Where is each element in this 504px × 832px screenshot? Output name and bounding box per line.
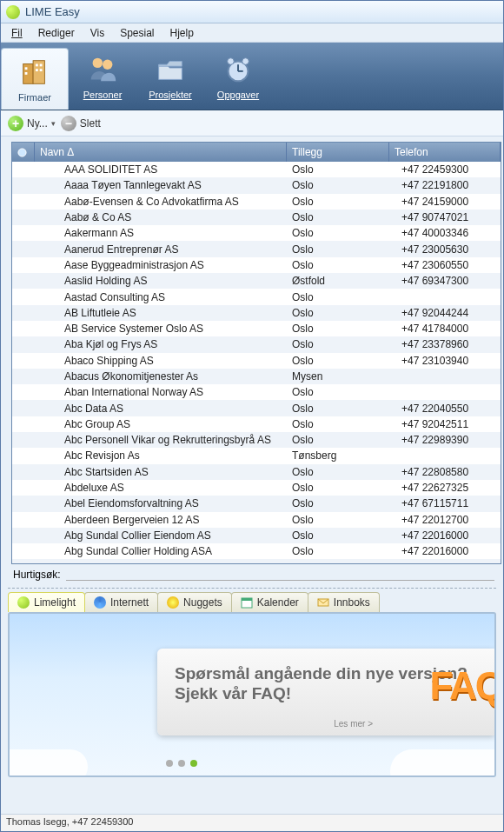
bottom-tabs: Limelight Internett Nuggets Kalender Inn…: [1, 592, 503, 612]
table-row[interactable]: Abacus Økonomitjenester AsMysen: [12, 369, 501, 384]
table-row[interactable]: Aabø & Co ASOslo+47 90747021: [12, 210, 501, 225]
table-row[interactable]: AB Liftutleie ASOslo+47 92044244: [12, 305, 501, 321]
mail-icon: [317, 596, 329, 609]
table-row[interactable]: Abg Sundal Collier Norge ASAOslo+47 2201…: [12, 559, 501, 563]
row-name: Abel Eiendomsforvaltning AS: [35, 497, 287, 509]
tab-internett[interactable]: Internett: [84, 592, 158, 612]
menu-vis[interactable]: Vis: [83, 25, 111, 41]
row-name: Abg Sundal Collier Eiendom AS: [35, 529, 287, 542]
row-telefon: +47 23005630: [389, 243, 501, 256]
table-row[interactable]: Abg Sundal Collier Holding ASAOslo+47 22…: [12, 543, 501, 559]
row-name: Aase Byggeadministrasjon AS: [35, 259, 287, 271]
table-row[interactable]: Aanerud Entreprenør ASOslo+47 23005630: [12, 241, 501, 256]
people-icon: [86, 53, 119, 86]
tab-limelight[interactable]: Limelight: [8, 592, 85, 612]
row-telefon: +47 22040550: [389, 403, 501, 415]
row-name: Abc Personell Vikar og Rekrutteringsbyrå…: [35, 434, 287, 446]
tab-kalender[interactable]: Kalender: [231, 592, 308, 612]
row-name: Abc Startsiden AS: [35, 466, 287, 478]
table-row[interactable]: Abc Startsiden ASOslo+47 22808580: [12, 464, 501, 480]
quicksearch-input[interactable]: [66, 568, 494, 581]
table-row[interactable]: Aase Byggeadministrasjon ASOslo+47 23060…: [12, 257, 501, 273]
table-row[interactable]: Aba Kjøl og Frys ASOslo+47 23378960: [12, 336, 501, 352]
nav-firmaer[interactable]: Firmaer: [1, 48, 69, 110]
menu-hjelp[interactable]: Hjelp: [163, 25, 201, 41]
row-name: Aakermann AS: [35, 227, 287, 239]
row-telefon: +47 22016000: [389, 545, 501, 557]
row-tillegg: Oslo: [287, 434, 389, 446]
table-row[interactable]: Abc Group ASOslo+47 92042511: [12, 416, 501, 432]
banner-more-link[interactable]: Les mer >: [334, 719, 373, 729]
tab-label: Nuggets: [183, 596, 222, 609]
row-tillegg: Oslo: [287, 243, 389, 256]
globe-icon: [17, 148, 27, 157]
row-telefon: +47 41784000: [389, 323, 501, 335]
svg-rect-6: [36, 69, 38, 71]
cloud-decoration: [390, 749, 496, 777]
table-row[interactable]: Aaslid Holding ASØstfold+47 69347300: [12, 273, 501, 289]
row-tillegg: Oslo: [287, 179, 389, 191]
row-name: Aban International Norway AS: [35, 386, 287, 398]
row-telefon: +47 22989390: [389, 434, 501, 446]
row-name: AB Liftutleie AS: [35, 307, 287, 319]
table-row[interactable]: Aaaa Tøyen Tannlegevakt ASOslo+47 221918…: [12, 177, 501, 193]
dot-1[interactable]: [166, 760, 173, 767]
row-name: Aabø & Co AS: [35, 211, 287, 223]
banner[interactable]: Spørsmål angående din nye versjon? Sjekk…: [157, 649, 494, 735]
dot-2[interactable]: [178, 760, 185, 767]
tab-nuggets[interactable]: Nuggets: [157, 592, 232, 612]
new-button[interactable]: + Ny... ▾: [8, 116, 56, 131]
svg-point-13: [228, 57, 235, 64]
table-row[interactable]: Abaco Shipping ASOslo+47 23103940: [12, 353, 501, 369]
svg-rect-17: [242, 598, 252, 601]
plus-icon: +: [8, 116, 23, 131]
table-row[interactable]: Aberdeen Bergerveien 12 ASOslo+47 220127…: [12, 512, 501, 528]
table-row[interactable]: Abdeluxe ASOslo+47 22627325: [12, 480, 501, 496]
new-label: Ny...: [27, 117, 48, 130]
table-row[interactable]: AB Service Systemer Oslo ASOslo+47 41784…: [12, 321, 501, 336]
col-icon[interactable]: [12, 143, 35, 162]
table-row[interactable]: Aakermann ASOslo+47 40003346: [12, 225, 501, 241]
table-row[interactable]: Abc Data ASOslo+47 22040550: [12, 400, 501, 416]
menu-spesial[interactable]: Spesial: [113, 25, 161, 41]
menu-rediger[interactable]: Rediger: [31, 25, 82, 41]
cloud-decoration: [8, 749, 88, 777]
row-tillegg: Oslo: [287, 291, 389, 303]
row-name: Abacus Økonomitjenester As: [35, 370, 287, 383]
tab-label: Internett: [110, 596, 149, 609]
row-telefon: +47 22627325: [389, 482, 501, 494]
row-tillegg: Oslo: [287, 323, 389, 335]
row-telefon: +47 23378960: [389, 338, 501, 350]
table-row[interactable]: Aabø-Evensen & Co Advokatfirma ASOslo+47…: [12, 194, 501, 210]
grid-body[interactable]: AAA SOLIDITET ASOslo+47 22459300Aaaa Tøy…: [12, 162, 501, 563]
nav-prosjekter[interactable]: Prosjekter: [136, 43, 204, 110]
row-telefon: +47 92044244: [389, 307, 501, 319]
tab-label: Limelight: [34, 596, 76, 609]
col-tillegg[interactable]: Tillegg: [287, 143, 389, 162]
row-telefon: +47 23103940: [389, 355, 501, 367]
col-navn[interactable]: Navn Δ: [35, 143, 287, 162]
table-row[interactable]: Abc Personell Vikar og Rekrutteringsbyrå…: [12, 432, 501, 448]
dot-3[interactable]: [190, 760, 197, 767]
nav-oppgaver[interactable]: Oppgaver: [204, 43, 272, 110]
row-tillegg: Oslo: [287, 307, 389, 319]
table-row[interactable]: Abc Revisjon AsTønsberg: [12, 448, 501, 463]
nav-label: Oppgaver: [217, 90, 259, 100]
tab-innboks[interactable]: Innboks: [308, 592, 380, 612]
row-name: Abc Data AS: [35, 403, 287, 415]
chevron-down-icon: ▾: [51, 119, 56, 128]
nav-personer[interactable]: Personer: [69, 43, 136, 110]
delete-button[interactable]: − Slett: [61, 116, 101, 131]
svg-rect-2: [25, 67, 28, 70]
menu-fil[interactable]: Fil: [4, 25, 30, 41]
table-row[interactable]: Abel Eiendomsforvaltning ASOslo+47 67115…: [12, 496, 501, 511]
row-name: Abc Group AS: [35, 418, 287, 430]
table-row[interactable]: Abg Sundal Collier Eiendom ASOslo+47 220…: [12, 528, 501, 543]
table-row[interactable]: Aastad Consulting ASOslo: [12, 289, 501, 304]
col-telefon[interactable]: Telefon: [389, 143, 501, 162]
row-name: Aaslid Holding AS: [35, 275, 287, 287]
table-row[interactable]: Aban International Norway ASOslo: [12, 384, 501, 400]
row-tillegg: Oslo: [287, 196, 389, 208]
table-row[interactable]: AAA SOLIDITET ASOslo+47 22459300: [12, 162, 501, 177]
row-name: Aanerud Entreprenør AS: [35, 243, 287, 256]
